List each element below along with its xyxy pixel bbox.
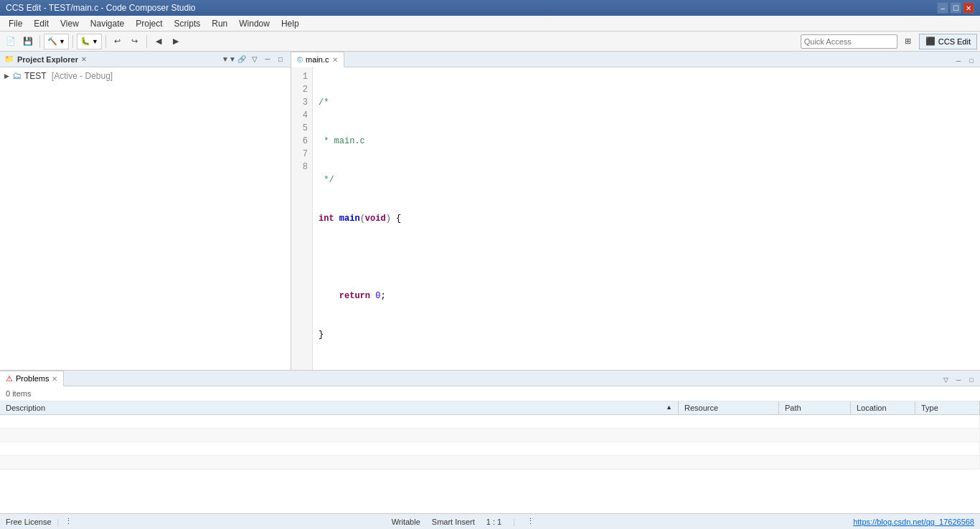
- prev-button[interactable]: ◀: [151, 34, 166, 49]
- problems-maximize[interactable]: □: [966, 374, 977, 386]
- build-dropdown[interactable]: 🔨 ▼: [44, 34, 69, 49]
- panel-close-icon: ✕: [81, 56, 87, 63]
- license-status: Free License: [6, 518, 52, 526]
- empty-row-4: [0, 456, 980, 470]
- tab-label: main.c: [306, 55, 329, 64]
- code-line-1: /*: [319, 96, 974, 109]
- menu-scripts[interactable]: Scripts: [169, 17, 207, 30]
- col-type: Type: [915, 401, 980, 415]
- tree-project-item[interactable]: ▶ 🗂 TEST [Active - Debug]: [1, 69, 289, 82]
- project-icon: 🗂: [12, 70, 22, 81]
- menu-run[interactable]: Run: [206, 17, 233, 30]
- debug-dropdown[interactable]: 🐛 ▼: [77, 34, 102, 49]
- ccs-logo: ⬛: [925, 37, 936, 46]
- tab-close-button[interactable]: ✕: [332, 56, 338, 64]
- undo-button[interactable]: ↩: [110, 34, 126, 49]
- menu-window[interactable]: Window: [233, 17, 275, 30]
- minimize-button[interactable]: –: [937, 2, 948, 14]
- empty-row-2: [0, 429, 980, 442]
- editor-maximize-button[interactable]: □: [966, 55, 977, 67]
- line-num-7: 7: [291, 148, 312, 161]
- project-explorer-header: 📁 Project Explorer ✕ ▼▼ 🔗 ▽ ─ □: [0, 52, 291, 67]
- empty-row-1: [0, 415, 980, 429]
- editor-minimize-button[interactable]: ─: [953, 55, 964, 67]
- window-title: CCS Edit - TEST/main.c - Code Composer S…: [6, 3, 196, 13]
- minimize-panel-button[interactable]: ─: [262, 54, 273, 65]
- status-right: https://blog.csdn.net/qq_17626568: [853, 518, 974, 526]
- ccs-edit-label: CCS Edit: [938, 37, 971, 46]
- status-handle-2: ⋮: [527, 517, 534, 526]
- project-label: TEST [Active - Debug]: [24, 71, 113, 81]
- empty-row-3: [0, 442, 980, 456]
- tab-icon: ©: [297, 55, 303, 64]
- code-line-7: }: [319, 328, 974, 341]
- code-lines[interactable]: /* * main.c */ int main(void) { return 0…: [313, 67, 980, 370]
- status-sep-1: |: [57, 518, 60, 526]
- project-name: TEST: [24, 71, 46, 81]
- restore-button[interactable]: ☐: [950, 2, 961, 14]
- open-perspective-button[interactable]: ⊞: [900, 34, 916, 49]
- editor-tab-controls: ─ □: [953, 55, 980, 67]
- quick-access-input[interactable]: [801, 34, 897, 49]
- code-line-5: [319, 251, 974, 264]
- bottom-tab-bar: ⚠ Problems ✕ ▽ ─ □: [0, 371, 980, 386]
- problems-panel: 0 items Description ▲ Resource Path Loca…: [0, 386, 980, 513]
- panel-title-label: Project Explorer: [17, 55, 78, 64]
- active-label: [Active - Debug]: [52, 71, 113, 81]
- url-link[interactable]: https://blog.csdn.net/qq_17626568: [853, 518, 974, 526]
- collapse-all-button[interactable]: ▼▼: [223, 54, 235, 65]
- problems-tab[interactable]: ⚠ Problems ✕: [0, 371, 64, 386]
- menu-navigate[interactable]: Navigate: [85, 17, 130, 30]
- expand-arrow: ▶: [4, 72, 9, 80]
- folder-icon: 📁: [4, 54, 14, 64]
- editor-tab-bar: © main.c ✕ ─ □: [291, 52, 980, 67]
- menu-view[interactable]: View: [55, 17, 85, 30]
- close-button[interactable]: ✕: [963, 2, 974, 14]
- window-controls: – ☐ ✕: [937, 2, 974, 14]
- menu-file[interactable]: File: [3, 17, 28, 30]
- table-header-row: Description ▲ Resource Path Location Typ…: [0, 401, 980, 415]
- center-area: 📁 Project Explorer ✕ ▼▼ 🔗 ▽ ─ □ ▶ 🗂: [0, 52, 980, 370]
- line-num-4: 4: [291, 109, 312, 122]
- panel-controls: ▼▼ 🔗 ▽ ─ □: [223, 54, 286, 65]
- menu-help[interactable]: Help: [275, 17, 305, 30]
- problems-tab-label: Problems: [16, 374, 49, 383]
- code-editor[interactable]: 1 2 3 4 5 6 7 8 /* * main.c */ int main(…: [291, 67, 980, 370]
- next-button[interactable]: ▶: [168, 34, 184, 49]
- redo-button[interactable]: ↪: [127, 34, 143, 49]
- link-with-editor-button[interactable]: 🔗: [236, 54, 248, 65]
- menu-project[interactable]: Project: [130, 17, 168, 30]
- menu-edit[interactable]: Edit: [28, 17, 55, 30]
- line-numbers: 1 2 3 4 5 6 7 8: [291, 67, 313, 370]
- save-button[interactable]: 💾: [20, 34, 36, 49]
- problems-tbody: [0, 415, 980, 470]
- line-num-5: 5: [291, 122, 312, 135]
- status-center: Writable Smart Insert 1 : 1 | ⋮: [392, 517, 534, 526]
- status-bar: Free License | ⋮ Writable Smart Insert 1…: [0, 513, 980, 529]
- bottom-tabs: ⚠ Problems ✕: [0, 371, 64, 386]
- separator-4: [146, 35, 147, 48]
- main-layout: 📁 Project Explorer ✕ ▼▼ 🔗 ▽ ─ □ ▶ 🗂: [0, 52, 980, 513]
- bottom-tab-controls: ▽ ─ □: [940, 374, 980, 386]
- code-line-4: int main(void) {: [319, 212, 974, 225]
- maximize-panel-button[interactable]: □: [275, 54, 286, 65]
- new-button[interactable]: 📄: [3, 34, 19, 49]
- separator-3: [105, 35, 106, 48]
- editor-tab-main-c[interactable]: © main.c ✕: [291, 52, 344, 67]
- problems-tab-close[interactable]: ✕: [52, 375, 57, 383]
- col-location: Location: [851, 401, 915, 415]
- writable-status: Writable: [392, 518, 420, 526]
- quick-access-area: ⊞ ⬛ CCS Edit: [801, 34, 977, 49]
- code-line-3: */: [319, 173, 974, 186]
- problems-minimize[interactable]: ─: [953, 374, 964, 386]
- code-content: 1 2 3 4 5 6 7 8 /* * main.c */ int main(…: [291, 67, 980, 370]
- ccs-edit-button[interactable]: ⬛ CCS Edit: [919, 34, 977, 49]
- view-menu-button[interactable]: ▽: [249, 54, 260, 65]
- project-explorer-panel: 📁 Project Explorer ✕ ▼▼ 🔗 ▽ ─ □ ▶ 🗂: [0, 52, 291, 370]
- problems-view-menu[interactable]: ▽: [940, 374, 951, 386]
- problems-table[interactable]: Description ▲ Resource Path Location Typ…: [0, 401, 980, 513]
- separator-1: [39, 35, 40, 48]
- editor-area: © main.c ✕ ─ □ 1 2 3 4: [291, 52, 980, 370]
- toolbar: 📄 💾 🔨 ▼ 🐛 ▼ ↩ ↪ ◀ ▶ ⊞ ⬛ CCS Edit: [0, 32, 980, 52]
- menu-bar: File Edit View Navigate Project Scripts …: [0, 16, 980, 32]
